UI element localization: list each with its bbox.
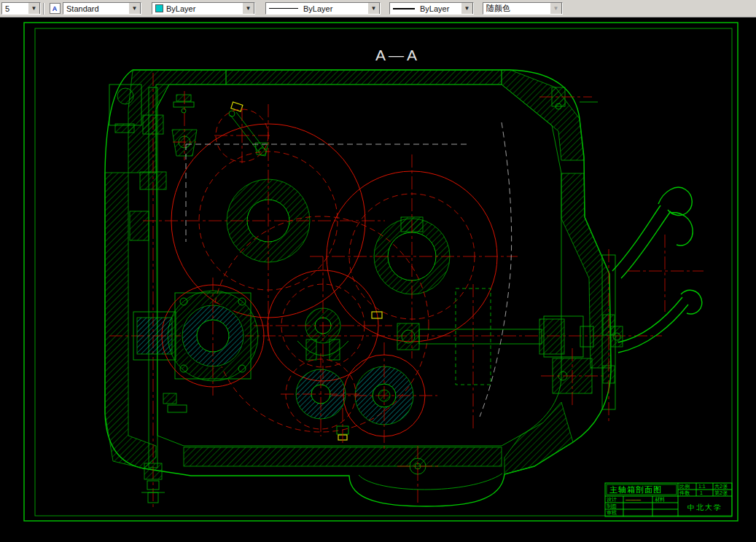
text-style-icon: A <box>50 3 61 14</box>
lineweight-sample-icon <box>393 8 415 9</box>
chevron-down-icon[interactable]: ▼ <box>461 2 473 15</box>
plot-style-value: 随颜色 <box>486 3 510 14</box>
scale-value: 1:1 <box>698 484 706 489</box>
lineweight-control-combo[interactable]: ByLayer ▼ <box>389 2 474 15</box>
gear-bottom-right-pair[interactable] <box>332 342 437 449</box>
text-style-button[interactable]: A <box>47 2 63 15</box>
count-label: 件数 <box>679 490 690 496</box>
cad-canvas[interactable]: A—A <box>0 0 756 542</box>
lineweight-value: ByLayer <box>420 4 449 13</box>
color-swatch-icon <box>155 4 163 12</box>
chevron-down-icon[interactable]: ▼ <box>28 2 40 15</box>
chevron-down-icon[interactable]: ▼ <box>128 2 141 15</box>
top-bolt-bracket[interactable] <box>172 91 197 160</box>
color-value: ByLayer <box>166 4 195 13</box>
linetype-sample-icon <box>269 8 298 9</box>
shift-lever-assembly[interactable] <box>602 187 704 421</box>
linetype-value: ByLayer <box>303 4 332 13</box>
chevron-down-icon[interactable]: ▼ <box>242 2 254 15</box>
sheet-total: 共2张 <box>714 484 728 490</box>
linetype-control-combo[interactable]: ByLayer ▼ <box>265 2 381 15</box>
color-control-combo[interactable]: ByLayer ▼ <box>152 2 255 15</box>
application-window: 5 ▼ A Standard ▼ ByLayer ▼ ByLayer ▼ ByL… <box>0 0 756 542</box>
toolbar-separator <box>43 3 44 15</box>
chevron-down-icon[interactable]: ▼ <box>367 2 380 15</box>
count-value: 1 <box>700 490 703 495</box>
design-signature: ——— <box>626 497 641 502</box>
chevron-down-icon: ▼ <box>550 2 562 15</box>
draft-label: 制图 <box>606 503 617 509</box>
plot-style-combo[interactable]: 随颜色 ▼ <box>483 2 563 15</box>
section-view-label[interactable]: A—A <box>375 47 420 63</box>
properties-toolbar: 5 ▼ A Standard ▼ ByLayer ▼ ByLayer ▼ ByL… <box>0 0 756 17</box>
clipped-left-combo[interactable]: 5 ▼ <box>1 2 41 15</box>
text-style-combo[interactable]: Standard ▼ <box>63 2 141 15</box>
organization-name: 中北大学 <box>687 503 722 511</box>
design-label: 设计 <box>607 497 617 502</box>
tensioner-linkage[interactable] <box>214 102 270 163</box>
gear-bottom-left-pair[interactable] <box>281 353 362 436</box>
scale-label: 比例 <box>679 484 690 490</box>
text-style-value: Standard <box>66 4 99 13</box>
title-block[interactable]: 主轴箱剖面图 比例 1:1 共2张 件数 1 第2张 设计 ——— 材料 制图 … <box>605 483 732 517</box>
clipped-left-combo-value: 5 <box>5 4 9 13</box>
material-label: 材料 <box>655 497 665 503</box>
title-block-drawing-title: 主轴箱剖面图 <box>609 485 662 494</box>
horizontal-output-shaft[interactable] <box>397 284 605 428</box>
check-label: 审核 <box>607 510 617 516</box>
sheet-no: 第2张 <box>714 490 728 496</box>
